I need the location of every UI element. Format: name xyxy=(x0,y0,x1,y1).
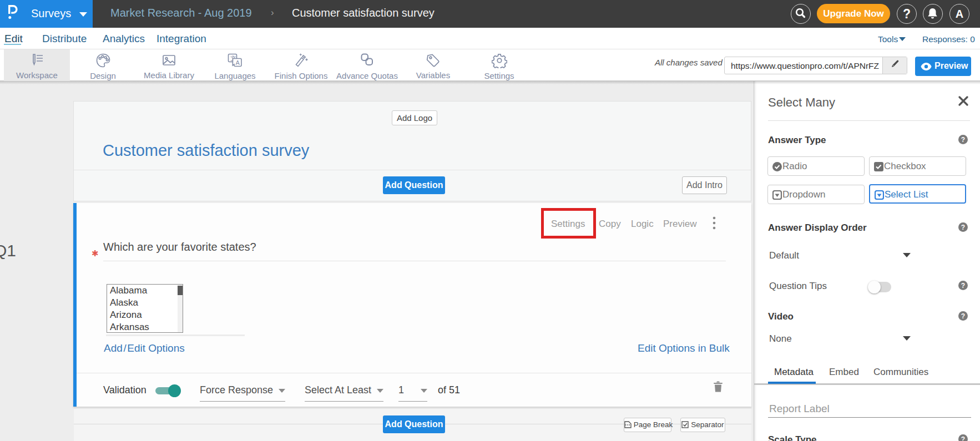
svg-text:?: ? xyxy=(961,435,965,441)
svg-text:?: ? xyxy=(961,282,965,290)
svg-text:?: ? xyxy=(961,136,965,144)
svg-text:A: A xyxy=(235,59,240,66)
svg-text:?: ? xyxy=(961,312,965,320)
svg-text:?: ? xyxy=(961,224,965,231)
